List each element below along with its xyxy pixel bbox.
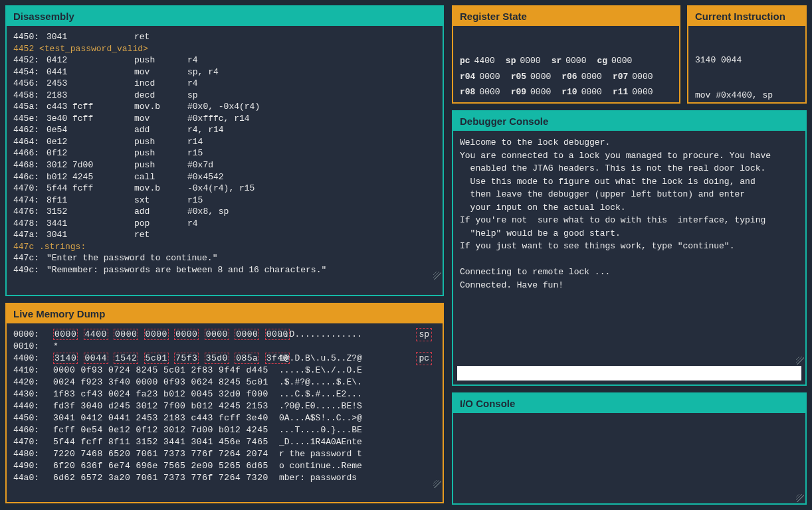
disassembly-row: 445a:c443 fcffmov.b#0x0, -0x4(r4) <box>13 101 436 113</box>
disassembly-body[interactable]: 4450:3041ret4452 <test_password_valid>44… <box>7 26 443 281</box>
register-r15: r150000 <box>613 102 653 102</box>
disassembly-title: Disassembly <box>7 7 443 26</box>
memory-line: 4460:fcff 0e54 0e12 0f12 3012 7d00 b012 … <box>13 424 436 436</box>
register-sp: sp0000 <box>506 54 541 68</box>
memory-line: 4400:3140 0044 1542 5c01 75f3 35d0 085a … <box>13 353 436 365</box>
register-r06: r060000 <box>561 70 602 84</box>
debugger-console-title: Debugger Console <box>453 112 805 131</box>
memory-line: 44a0:6d62 6572 3a20 7061 7373 776f 7264 … <box>13 472 436 484</box>
disassembly-label: 4452 <test_password_valid> <box>13 43 436 55</box>
memory-line: 4450:3041 0412 0441 2453 2183 c443 fcff … <box>13 412 436 424</box>
disassembly-row: 4454:0441movsp, r4 <box>13 66 436 78</box>
register-r14: r140000 <box>561 102 602 102</box>
debugger-console-panel: Debugger Console Welcome to the lock deb… <box>452 110 807 386</box>
disassembly-label: 447c .strings: <box>13 241 436 253</box>
disassembly-row: 4466:0f12pushr15 <box>13 147 436 159</box>
register-state-body: pc4400sp0000sr0000cg0000r040000r050000r0… <box>453 26 679 102</box>
memory-line: 4420:0024 f923 3f40 0000 0f93 0624 8245 … <box>13 377 436 388</box>
memory-dump-panel: Live Memory Dump 0000:0000 4400 0000 000… <box>5 303 444 503</box>
disassembly-row: 4476:3152add#0x8, sp <box>13 206 436 218</box>
current-instruction-text: mov #0x4400, sp <box>695 90 799 102</box>
disassembly-string: 449c:"Remember: passwords are between 8 … <box>13 264 436 276</box>
register-r12: r120000 <box>460 102 500 102</box>
disassembly-row: 4450:3041ret <box>13 31 436 43</box>
register-state-title: Register State <box>453 7 679 26</box>
memory-dump-title: Live Memory Dump <box>7 304 443 323</box>
register-r05: r050000 <box>511 70 552 84</box>
disassembly-string: 447c:"Enter the password to continue." <box>13 252 436 264</box>
io-console-title: I/O Console <box>453 394 805 413</box>
disassembly-row: 4470:5f44 fcffmov.b-0x4(r4), r15 <box>13 183 436 195</box>
memory-line: 4430:1f83 cf43 0024 fa23 b012 0045 32d0 … <box>13 388 436 400</box>
current-instruction-hex: 3140 0044 <box>695 54 799 66</box>
register-r04: r040000 <box>460 70 500 84</box>
current-instruction-panel: Current Instruction 3140 0044 mov #0x440… <box>687 5 807 104</box>
current-instruction-title: Current Instruction <box>688 7 805 26</box>
register-r08: r080000 <box>460 86 500 99</box>
register-r13: r130000 <box>511 102 552 102</box>
register-r10: r100000 <box>561 86 602 99</box>
disassembly-row: 4458:2183decdsp <box>13 90 436 102</box>
memory-line: 4410:0000 0f93 0724 8245 5c01 2f83 9f4f … <box>13 365 436 377</box>
disassembly-row: 445e:3e40 fcffmov#0xfffc, r14 <box>13 113 436 125</box>
disassembly-row: 4478:3441popr4 <box>13 218 436 230</box>
register-r07: r070000 <box>613 70 653 84</box>
memory-line: 4490:6f20 636f 6e74 696e 7565 2e00 5265 … <box>13 460 436 472</box>
memory-line: 4440:fd3f 3040 d245 3012 7f00 b012 4245 … <box>13 400 436 412</box>
disassembly-row: 4468:3012 7d00push#0x7d <box>13 159 436 171</box>
io-console-panel: I/O Console <box>452 392 807 505</box>
register-cg: cg0000 <box>597 54 632 68</box>
memory-line: 4480:7220 7468 6520 7061 7373 776f 7264 … <box>13 448 436 460</box>
memory-line: 0010:* <box>13 341 436 353</box>
debugger-console-body[interactable]: Welcome to the lock debugger. You are co… <box>453 131 805 366</box>
disassembly-row: 447a:3041ret <box>13 229 436 241</box>
disassembly-row: 446c:b012 4245call#0x4542 <box>13 171 436 183</box>
memory-dump-body[interactable]: 0000:0000 4400 0000 0000 0000 0000 0000 … <box>7 323 443 489</box>
register-r09: r090000 <box>511 86 552 99</box>
disassembly-row: 4474:8f11sxtr15 <box>13 195 436 207</box>
memory-pointer-pc: pc <box>416 352 432 365</box>
current-instruction-body: 3140 0044 mov #0x4400, sp <box>688 26 805 102</box>
memory-line: 4470:5f44 fcff 8f11 3152 3441 3041 456e … <box>13 436 436 448</box>
memory-pointer-sp: sp <box>416 328 432 341</box>
disassembly-panel: Disassembly 4450:3041ret4452 <test_passw… <box>5 5 444 296</box>
disassembly-row: 4456:2453incdr4 <box>13 78 436 90</box>
debugger-console-input[interactable] <box>457 366 801 381</box>
register-sr: sr0000 <box>552 54 587 68</box>
register-state-panel: Register State pc4400sp0000sr0000cg0000r… <box>452 5 680 104</box>
register-r11: r110000 <box>613 86 653 99</box>
io-console-body[interactable] <box>453 413 805 503</box>
disassembly-row: 4462:0e54addr4, r14 <box>13 124 436 136</box>
disassembly-row: 4464:0e12pushr14 <box>13 136 436 148</box>
register-pc: pc4400 <box>460 54 495 68</box>
memory-line: 0000:0000 4400 0000 0000 0000 0000 0000 … <box>13 329 436 341</box>
disassembly-row: 4452:0412pushr4 <box>13 54 436 66</box>
